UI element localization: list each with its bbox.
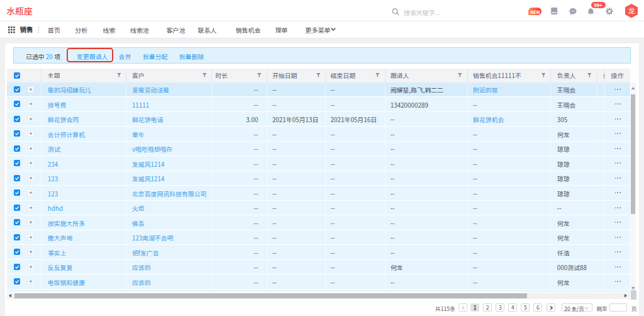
svg-text:龙: 龙 [628, 5, 635, 15]
